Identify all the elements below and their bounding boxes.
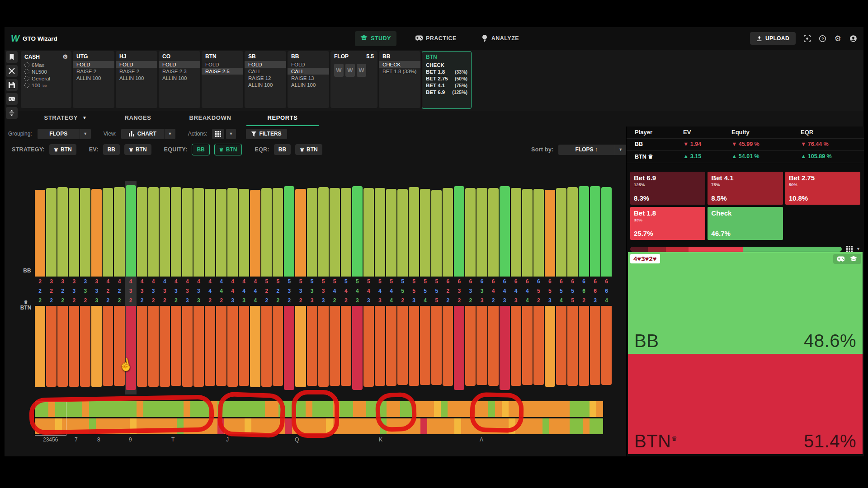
btn-strategy-bar-653[interactable] xyxy=(545,306,555,387)
view-select[interactable]: CHART ▼ xyxy=(121,129,175,139)
flop-label-632[interactable]: 632 xyxy=(454,277,464,306)
bb-strategy-bar-433[interactable] xyxy=(193,188,204,277)
flop-label-533[interactable]: 533 xyxy=(307,277,317,306)
flop-label-644[interactable]: 644 xyxy=(522,277,533,306)
bb-strategy-bar-553[interactable] xyxy=(409,187,419,277)
btn-strategy-bar-443[interactable] xyxy=(227,306,238,387)
filters-button[interactable]: FILTERS xyxy=(246,129,287,139)
flop-label-554[interactable]: 554 xyxy=(420,277,430,306)
toggle-equity-btn[interactable]: ♛BTN xyxy=(214,144,242,155)
btn-strategy-bar-522[interactable] xyxy=(261,306,272,387)
flop-label-643[interactable]: 643 xyxy=(500,277,510,306)
btn-strategy-bar-642[interactable] xyxy=(488,306,499,386)
bb-strategy-bar-652[interactable] xyxy=(533,189,544,277)
btn-strategy-bar-643[interactable] xyxy=(500,306,510,390)
bb-strategy-bar-322[interactable] xyxy=(46,188,57,277)
chevron-down-icon[interactable]: ▼ xyxy=(856,247,860,251)
flop-label-443[interactable]: 443 xyxy=(239,277,249,306)
tab-reports[interactable]: REPORTS xyxy=(246,111,319,126)
flop-label-443[interactable]: 443 xyxy=(227,277,238,306)
btn-strategy-bar-422[interactable] xyxy=(103,306,113,386)
action-box-bet-6-9[interactable]: Bet 6.9125%8.3% xyxy=(630,172,705,205)
btn-strategy-bar-433[interactable] xyxy=(182,306,193,387)
btn-strategy-bar-552[interactable] xyxy=(397,306,408,385)
btn-strategy-bar-632[interactable] xyxy=(465,306,476,386)
bb-strategy-bar-442[interactable] xyxy=(205,189,215,277)
bb-strategy-bar-622[interactable] xyxy=(443,188,453,277)
bb-strategy-bar-644[interactable] xyxy=(522,189,533,277)
bb-strategy-bar-422[interactable] xyxy=(103,188,113,277)
bb-strategy-bar-632[interactable] xyxy=(454,186,464,277)
btn-strategy-bar-533[interactable] xyxy=(318,306,329,387)
bb-strategy-bar-532[interactable] xyxy=(295,189,306,277)
btn-strategy-bar-522[interactable] xyxy=(273,306,283,386)
bb-strategy-bar-433[interactable] xyxy=(182,188,193,277)
bb-strategy-bar-522[interactable] xyxy=(261,188,272,277)
btn-strategy-bar-322[interactable] xyxy=(57,306,68,387)
btn-strategy-bar-442[interactable] xyxy=(216,306,226,386)
toggle-strategy-btn[interactable]: ♛BTN xyxy=(49,144,76,155)
toggle-equity-bb[interactable]: BB xyxy=(192,144,209,155)
toggle-eqr-btn[interactable]: ♛BTN xyxy=(295,144,322,155)
flop-label-652[interactable]: 652 xyxy=(533,277,544,306)
flop-label-532[interactable]: 532 xyxy=(284,277,294,306)
flop-label-555[interactable]: 555 xyxy=(431,277,442,306)
bb-strategy-bar-532[interactable] xyxy=(284,186,294,277)
bb-strategy-bar-663[interactable] xyxy=(590,186,600,277)
btn-strategy-bar-532[interactable] xyxy=(295,306,306,387)
flop-label-442[interactable]: 442 xyxy=(205,277,215,306)
flop-label-654[interactable]: 654 xyxy=(556,277,566,306)
flop-label-332[interactable]: 332 xyxy=(80,277,90,306)
bb-strategy-bar-643[interactable] xyxy=(500,186,510,277)
btn-strategy-bar-532[interactable] xyxy=(284,306,294,390)
bb-strategy-bar-432[interactable] xyxy=(171,187,181,277)
study-cap-icon[interactable] xyxy=(850,255,857,263)
grouping-select[interactable]: FLOPS ▼ xyxy=(38,129,91,139)
flop-label-663[interactable]: 663 xyxy=(590,277,600,306)
bb-strategy-bar-643[interactable] xyxy=(511,188,521,277)
btn-strategy-bar-655[interactable] xyxy=(567,306,578,386)
btn-strategy-bar-663[interactable] xyxy=(590,306,600,385)
flop-label-522[interactable]: 522 xyxy=(261,277,272,306)
action-box-check[interactable]: Check46.7% xyxy=(708,207,783,240)
bb-strategy-bar-542[interactable] xyxy=(341,188,351,277)
bb-strategy-bar-552[interactable] xyxy=(397,189,408,277)
actions-grid-button[interactable] xyxy=(212,129,224,139)
flop-label-543[interactable]: 543 xyxy=(375,277,385,306)
bb-strategy-bar-322[interactable] xyxy=(57,187,68,277)
flop-label-432[interactable]: 432 xyxy=(148,277,159,306)
flop-label-552[interactable]: 552 xyxy=(397,277,408,306)
bb-strategy-bar-654[interactable] xyxy=(556,188,566,277)
flop-label-522[interactable]: 522 xyxy=(273,277,283,306)
btn-strategy-bar-442[interactable] xyxy=(205,306,215,386)
flop-label-533[interactable]: 533 xyxy=(318,277,329,306)
help-icon[interactable]: ? xyxy=(818,34,826,42)
bb-strategy-bar-332[interactable] xyxy=(80,188,90,277)
flop-label-322[interactable]: 322 xyxy=(46,277,57,306)
btn-strategy-bar-644[interactable] xyxy=(522,306,533,385)
bb-strategy-bar-543[interactable] xyxy=(363,188,374,277)
flop-label-433[interactable]: 433 xyxy=(193,277,204,306)
btn-strategy-bar-553[interactable] xyxy=(409,306,419,386)
tab-breakdown[interactable]: BREAKDOWN xyxy=(174,111,246,126)
actions-caret-button[interactable]: ▼ xyxy=(226,129,236,139)
flops-minimap-scrubber[interactable] xyxy=(35,401,604,435)
btn-strategy-bar-652[interactable] xyxy=(533,306,544,385)
btn-strategy-bar-432[interactable] xyxy=(137,306,147,387)
btn-strategy-bar-542[interactable] xyxy=(330,306,340,386)
flop-label-422[interactable]: 422 xyxy=(103,277,113,306)
btn-strategy-bar-643[interactable] xyxy=(511,306,521,386)
flop-label-544[interactable]: 544 xyxy=(386,277,396,306)
bb-strategy-bar-555[interactable] xyxy=(431,190,442,277)
flop-label-432[interactable]: 432 xyxy=(171,277,181,306)
flop-label-643[interactable]: 643 xyxy=(511,277,521,306)
bb-strategy-bar-554[interactable] xyxy=(420,189,430,277)
btn-strategy-bar-632[interactable] xyxy=(454,306,464,390)
btn-strategy-bar-432[interactable] xyxy=(171,306,181,386)
flop-label-222[interactable]: 222 xyxy=(35,277,45,306)
btn-strategy-bar-542[interactable] xyxy=(341,306,351,386)
btn-strategy-bar-554[interactable] xyxy=(420,306,430,385)
flop-label-622[interactable]: 622 xyxy=(443,277,453,306)
toggle-ev-btn[interactable]: ♛BTN xyxy=(124,144,151,155)
btn-strategy-bar-422[interactable] xyxy=(114,306,124,386)
